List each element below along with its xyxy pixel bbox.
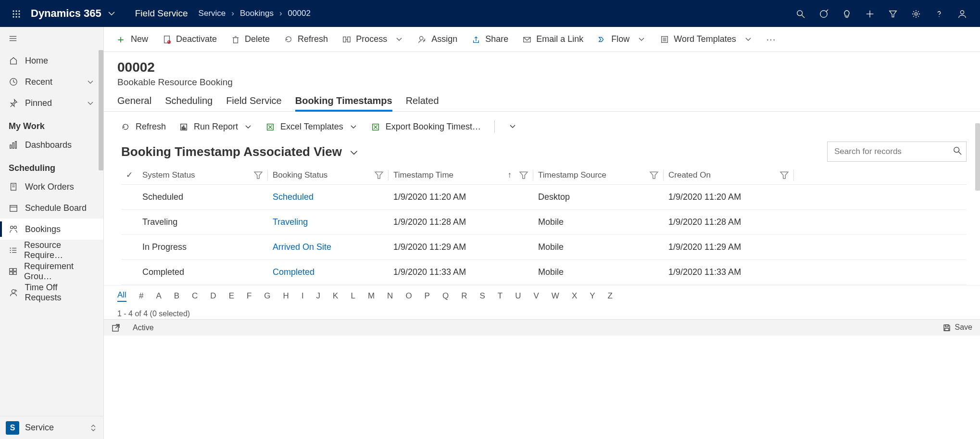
tab-related[interactable]: Related xyxy=(406,95,439,111)
app-name[interactable]: Field Service xyxy=(125,8,199,19)
alpha-letter[interactable]: S xyxy=(479,291,485,301)
subgrid-exceltpl-button[interactable]: Excel Templates xyxy=(266,122,358,132)
sidebar-item-resourcereq[interactable]: Resource Require… xyxy=(0,240,103,261)
alpha-letter[interactable]: U xyxy=(515,291,521,301)
filter-icon[interactable] xyxy=(889,8,897,19)
alpha-letter[interactable]: G xyxy=(264,291,270,301)
cell-bookingstatus[interactable]: Traveling xyxy=(268,217,388,227)
breadcrumb-item[interactable]: Bookings xyxy=(240,9,274,18)
help-icon[interactable] xyxy=(935,8,943,19)
view-selector[interactable]: Booking Timestamp Associated View xyxy=(121,144,359,159)
alpha-letter[interactable]: N xyxy=(387,291,393,301)
tab-bookingtimestamps[interactable]: Booking Timestamps xyxy=(295,95,392,111)
settings-icon[interactable] xyxy=(912,8,920,19)
flow-button[interactable]: Flow xyxy=(595,34,649,44)
column-header-createdon[interactable]: Created On xyxy=(664,170,793,180)
column-header-timestampsource[interactable]: Timestamp Source xyxy=(533,170,663,180)
alpha-letter[interactable]: I xyxy=(302,291,304,301)
tab-fieldservice[interactable]: Field Service xyxy=(226,95,282,111)
sidebar-item-timeoff[interactable]: Time Off Requests xyxy=(0,282,103,303)
alpha-letter[interactable]: All xyxy=(117,290,126,302)
alpha-letter[interactable]: V xyxy=(533,291,539,301)
scrollbar[interactable] xyxy=(975,27,980,439)
cell-bookingstatus[interactable]: Scheduled xyxy=(268,192,388,202)
subgrid-runreport-button[interactable]: Run Report xyxy=(179,122,252,132)
sidebar-item-reqgroup[interactable]: Requirement Grou… xyxy=(0,261,103,282)
sidebar-item-recent[interactable]: Recent xyxy=(0,71,103,92)
alpha-letter[interactable]: T xyxy=(498,291,503,301)
alpha-letter[interactable]: K xyxy=(333,291,338,301)
popout-icon[interactable] xyxy=(112,323,120,332)
filter-icon[interactable] xyxy=(780,170,789,180)
task-icon[interactable] xyxy=(819,8,828,19)
alpha-letter[interactable]: C xyxy=(192,291,198,301)
column-header-bookingstatus[interactable]: Booking Status xyxy=(268,170,388,180)
sidebar-item-pinned[interactable]: Pinned xyxy=(0,92,103,114)
sidebar-item-scheduleboard[interactable]: Schedule Board xyxy=(0,197,103,219)
subgrid-export-button[interactable]: Export Booking Timest… xyxy=(371,122,481,132)
search-icon[interactable] xyxy=(953,146,962,155)
product-brand[interactable]: Dynamics 365 xyxy=(28,7,104,20)
app-launcher-icon[interactable] xyxy=(5,9,28,19)
tab-scheduling[interactable]: Scheduling xyxy=(165,95,213,111)
alpha-letter[interactable]: O xyxy=(405,291,412,301)
alpha-letter[interactable]: P xyxy=(425,291,430,301)
scrollbar[interactable] xyxy=(99,50,103,170)
deactivate-button[interactable]: Deactivate xyxy=(160,34,220,44)
subgrid-refresh-button[interactable]: Refresh xyxy=(121,122,166,132)
filter-icon[interactable] xyxy=(519,170,528,180)
brand-chevron-down-icon[interactable] xyxy=(104,9,125,18)
wordtpl-button[interactable]: Word Templates xyxy=(657,34,755,44)
table-row[interactable]: ScheduledScheduled1/9/2020 11:20 AMDeskt… xyxy=(121,185,967,210)
table-row[interactable]: TravelingTraveling1/9/2020 11:28 AMMobil… xyxy=(121,210,967,235)
chevron-down-icon[interactable] xyxy=(508,122,517,131)
breadcrumb-item[interactable]: Service xyxy=(199,9,226,18)
alpha-letter[interactable]: L xyxy=(351,291,355,301)
tab-general[interactable]: General xyxy=(117,95,151,111)
alpha-letter[interactable]: H xyxy=(283,291,289,301)
alpha-letter[interactable]: # xyxy=(139,291,143,301)
alpha-letter[interactable]: D xyxy=(210,291,216,301)
delete-button[interactable]: Delete xyxy=(228,34,273,44)
cell-bookingstatus[interactable]: Completed xyxy=(268,267,388,277)
alpha-letter[interactable]: Y xyxy=(590,291,595,301)
cell-bookingstatus[interactable]: Arrived On Site xyxy=(268,242,388,252)
more-commands-button[interactable]: ⋯ xyxy=(766,34,777,45)
sidebar-item-bookings[interactable]: Bookings xyxy=(0,219,103,240)
refresh-button[interactable]: Refresh xyxy=(281,34,331,44)
process-button[interactable]: Process xyxy=(339,34,406,44)
alpha-letter[interactable]: Z xyxy=(608,291,613,301)
bulb-icon[interactable] xyxy=(842,8,851,19)
select-all-checkbox[interactable]: ✓ xyxy=(121,170,138,180)
alpha-letter[interactable]: A xyxy=(156,291,161,301)
sidebar-item-home[interactable]: Home xyxy=(0,50,103,71)
save-button[interactable]: Save xyxy=(942,323,972,332)
sidebar-item-workorders[interactable]: Work Orders xyxy=(0,176,103,197)
breadcrumb-item[interactable]: 00002 xyxy=(288,9,311,18)
alpha-letter[interactable]: W xyxy=(552,291,559,301)
table-row[interactable]: In ProgressArrived On Site1/9/2020 11:29… xyxy=(121,235,967,260)
share-button[interactable]: Share xyxy=(469,34,511,44)
new-button[interactable]: ＋New xyxy=(113,32,151,47)
alpha-letter[interactable]: Q xyxy=(442,291,449,301)
assign-button[interactable]: Assign xyxy=(415,34,460,44)
search-input[interactable] xyxy=(827,142,967,162)
column-header-systemstatus[interactable]: System Status xyxy=(138,170,267,180)
column-header-timestamptime[interactable]: Timestamp Time↑ xyxy=(389,170,533,180)
alpha-letter[interactable]: F xyxy=(247,291,251,301)
plus-icon[interactable] xyxy=(866,8,874,19)
area-switcher[interactable]: S Service xyxy=(0,416,103,439)
search-icon[interactable] xyxy=(796,8,805,19)
column-resizer[interactable] xyxy=(793,170,794,181)
collapse-sidebar-button[interactable] xyxy=(0,27,103,50)
alpha-letter[interactable]: J xyxy=(316,291,321,301)
alpha-letter[interactable]: M xyxy=(368,291,375,301)
filter-icon[interactable] xyxy=(254,170,263,180)
table-row[interactable]: CompletedCompleted1/9/2020 11:33 AMMobil… xyxy=(121,260,967,285)
alpha-letter[interactable]: X xyxy=(572,291,577,301)
alpha-letter[interactable]: R xyxy=(461,291,467,301)
person-icon[interactable] xyxy=(958,8,967,19)
alpha-letter[interactable]: E xyxy=(229,291,234,301)
alpha-letter[interactable]: B xyxy=(174,291,179,301)
filter-icon[interactable] xyxy=(375,170,383,180)
